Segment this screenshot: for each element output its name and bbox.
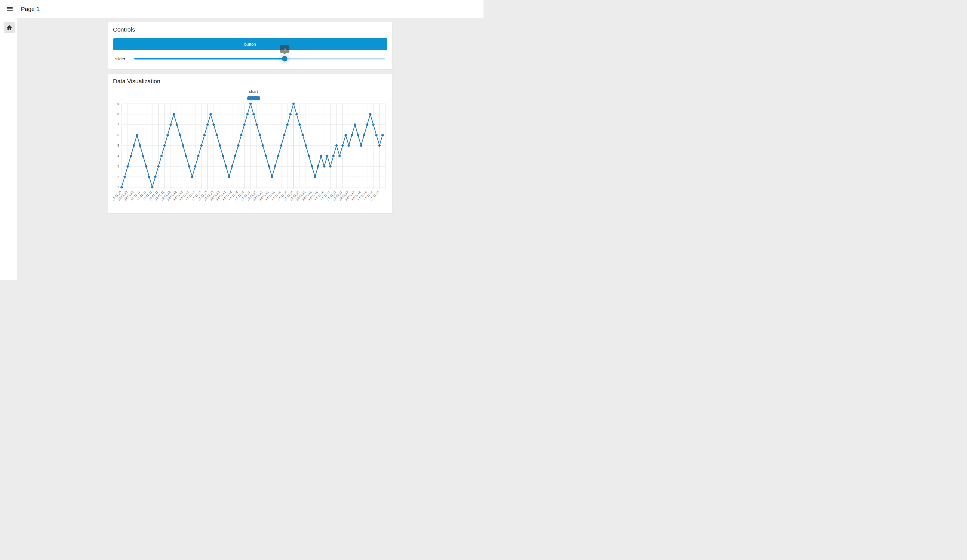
data-point — [188, 165, 190, 168]
data-point — [243, 124, 246, 126]
data-point — [301, 134, 304, 137]
data-point — [271, 176, 273, 178]
data-point — [234, 155, 236, 157]
hamburger-bar — [7, 10, 13, 11]
data-point — [338, 155, 341, 157]
data-point — [120, 186, 123, 189]
data-point — [295, 113, 298, 115]
data-point — [197, 155, 200, 157]
data-point — [265, 155, 267, 157]
data-point — [381, 134, 384, 137]
slider-handle[interactable] — [282, 56, 287, 61]
data-point — [172, 113, 175, 115]
data-point — [335, 144, 338, 147]
data-point — [218, 144, 221, 147]
page-title: Page 1 — [21, 6, 40, 12]
slider-track-fill[interactable] — [134, 58, 285, 59]
controls-card: Controls button slider 6 — [108, 22, 393, 69]
svg-text:3: 3 — [117, 165, 119, 168]
data-point — [268, 165, 270, 168]
data-point — [378, 144, 381, 147]
data-point — [372, 124, 375, 126]
sidebar — [0, 18, 17, 280]
data-point — [160, 155, 163, 157]
data-point — [209, 113, 212, 115]
data-point — [252, 113, 255, 115]
data-point — [126, 165, 129, 168]
line-chart-canvas[interactable]: 12345678912:01:1012:01:1012:01:1012:01:1… — [113, 102, 388, 207]
data-point — [255, 124, 258, 126]
data-point — [323, 165, 325, 168]
data-point — [286, 124, 289, 126]
data-point — [329, 165, 332, 168]
home-button[interactable] — [4, 22, 15, 33]
data-point — [231, 165, 233, 168]
data-point — [228, 176, 230, 178]
svg-text:6: 6 — [117, 133, 119, 137]
home-icon — [6, 25, 12, 31]
hamburger-menu-icon[interactable] — [7, 7, 13, 11]
data-point — [350, 134, 353, 137]
data-point — [348, 144, 350, 147]
data-point — [151, 186, 153, 189]
data-point — [216, 134, 218, 137]
data-point — [178, 134, 181, 137]
data-point — [169, 124, 172, 126]
data-point — [280, 144, 282, 147]
data-point — [139, 144, 141, 147]
data-point — [353, 124, 356, 126]
data-point — [332, 155, 335, 157]
data-point — [148, 176, 150, 178]
data-point — [133, 144, 135, 147]
action-button[interactable]: button — [113, 38, 387, 50]
data-point — [175, 124, 178, 126]
data-point — [363, 134, 365, 137]
data-point — [317, 165, 319, 168]
data-point — [213, 124, 215, 126]
slider-value-tooltip: 6 — [280, 45, 289, 53]
data-point — [154, 176, 157, 178]
data-point — [157, 165, 160, 168]
data-point — [166, 134, 169, 137]
data-visualization-card: Data Visualization chart 12345678912:01:… — [108, 74, 393, 214]
data-point — [360, 144, 362, 147]
controls-card-title: Controls — [113, 26, 387, 33]
data-point — [345, 134, 347, 137]
data-point — [206, 124, 209, 126]
chart-header: chart — [113, 89, 387, 102]
data-point — [136, 134, 138, 137]
data-point — [292, 103, 295, 105]
data-point — [240, 134, 243, 137]
svg-text:8: 8 — [117, 112, 119, 116]
data-point — [249, 103, 252, 105]
data-point — [356, 134, 359, 137]
data-point — [289, 113, 292, 115]
page: Page 1 Controls button slider 6 — [0, 0, 484, 280]
chart-title: chart — [120, 89, 387, 94]
data-point — [341, 144, 344, 147]
data-point — [185, 155, 187, 157]
data-point — [142, 155, 144, 157]
svg-text:1: 1 — [117, 186, 119, 189]
chart-legend-swatch[interactable] — [248, 96, 260, 100]
data-point — [320, 155, 322, 157]
slider-row: slider 6 — [113, 53, 387, 64]
data-point — [307, 155, 310, 157]
data-point — [221, 155, 224, 157]
viz-card-title: Data Visualization — [113, 78, 387, 85]
slider[interactable]: 6 — [134, 53, 385, 64]
data-point — [258, 134, 261, 137]
data-point — [277, 155, 279, 157]
data-point — [314, 176, 316, 178]
data-point — [298, 124, 301, 126]
data-point — [145, 165, 147, 168]
data-point — [326, 155, 328, 157]
data-point — [366, 124, 368, 126]
data-point — [191, 176, 193, 178]
data-point — [261, 144, 264, 147]
data-point — [203, 134, 206, 137]
data-point — [163, 144, 166, 147]
data-point — [310, 165, 313, 168]
main-content: Controls button slider 6 Data Visualizat… — [17, 18, 484, 280]
chart-grid: 12345678912:01:1012:01:1012:01:1012:01:1… — [113, 102, 386, 201]
